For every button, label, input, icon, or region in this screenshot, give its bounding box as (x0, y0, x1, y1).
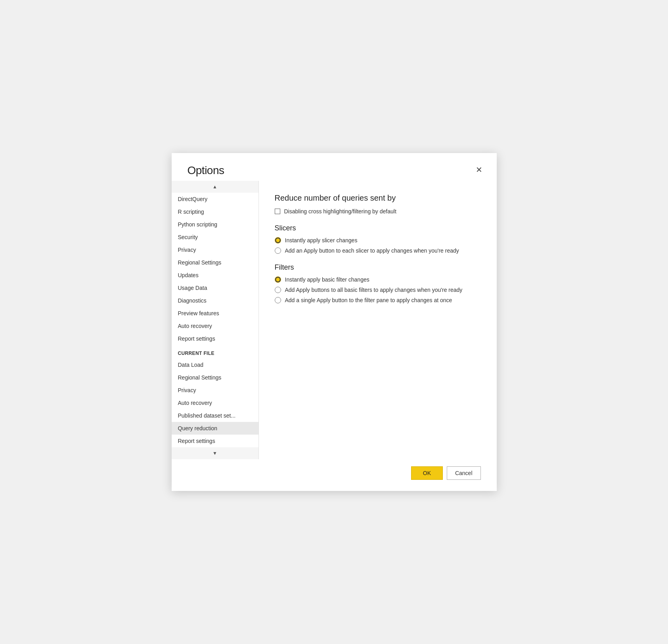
slicer-apply-btn-label: Add an Apply button to each slicer to ap… (285, 247, 459, 254)
sidebar-item-directquery[interactable]: DirectQuery (172, 193, 258, 205)
sidebar-item-cf-regional-settings[interactable]: Regional Settings (172, 371, 258, 384)
close-button[interactable]: ✕ (474, 166, 484, 174)
sidebar-item-usage-data[interactable]: Usage Data (172, 282, 258, 294)
ok-button[interactable]: OK (411, 466, 443, 480)
slicer-instant-radio[interactable] (275, 237, 281, 243)
slicer-apply-btn-radio[interactable] (275, 247, 281, 254)
sidebar-item-diagnostics[interactable]: Diagnostics (172, 294, 258, 307)
filter-instant-radio[interactable] (275, 276, 281, 283)
sidebar-item-cf-privacy[interactable]: Privacy (172, 384, 258, 397)
main-heading: Reduce number of queries sent by (275, 194, 481, 203)
filter-apply-all-label: Add Apply buttons to all basic filters t… (285, 287, 463, 293)
filter-instant-label: Instantly apply basic filter changes (285, 276, 369, 283)
options-dialog: Options ✕ ▲ DirectQueryR scriptingPython… (172, 153, 497, 491)
sidebar-item-preview-features[interactable]: Preview features (172, 307, 258, 320)
content-panel: Reduce number of queries sent by Disabli… (259, 181, 497, 459)
dialog-title: Options (188, 164, 224, 177)
filters-heading: Filters (275, 263, 481, 272)
filters-radio-group: Instantly apply basic filter changesAdd … (275, 276, 481, 303)
sidebar: ▲ DirectQueryR scriptingPython scripting… (172, 181, 259, 459)
dialog-header: Options ✕ (172, 153, 497, 181)
sidebar-item-auto-recovery[interactable]: Auto recovery (172, 320, 258, 332)
sidebar-item-security[interactable]: Security (172, 231, 258, 243)
slicer-radio-row-1: Add an Apply button to each slicer to ap… (275, 247, 481, 254)
slicer-radio-row-0: Instantly apply slicer changes (275, 237, 481, 243)
current-file-nav: Data LoadRegional SettingsPrivacyAuto re… (172, 358, 258, 447)
sidebar-item-cf-auto-recovery[interactable]: Auto recovery (172, 397, 258, 409)
cancel-button[interactable]: Cancel (447, 466, 481, 480)
scroll-down-arrow[interactable]: ▼ (172, 447, 258, 459)
scroll-up-arrow[interactable]: ▲ (172, 181, 258, 193)
filter-radio-row-0: Instantly apply basic filter changes (275, 276, 481, 283)
dialog-footer: OK Cancel (172, 459, 497, 491)
current-file-label: CURRENT FILE (172, 345, 258, 358)
filter-radio-row-2: Add a single Apply button to the filter … (275, 297, 481, 303)
sidebar-item-privacy[interactable]: Privacy (172, 243, 258, 256)
slicers-heading: Slicers (275, 224, 481, 232)
sidebar-item-cf-report-settings[interactable]: Report settings (172, 435, 258, 447)
cross-highlight-row: Disabling cross highlighting/filtering b… (275, 208, 481, 215)
filter-apply-all-radio[interactable] (275, 287, 281, 293)
dialog-body: ▲ DirectQueryR scriptingPython scripting… (172, 181, 497, 459)
sidebar-item-report-settings[interactable]: Report settings (172, 332, 258, 345)
slicer-instant-label: Instantly apply slicer changes (285, 237, 358, 243)
filter-radio-row-1: Add Apply buttons to all basic filters t… (275, 287, 481, 293)
sidebar-scroll: DirectQueryR scriptingPython scriptingSe… (172, 193, 258, 447)
cross-highlight-label: Disabling cross highlighting/filtering b… (284, 208, 396, 215)
global-nav: DirectQueryR scriptingPython scriptingSe… (172, 193, 258, 345)
cross-highlight-checkbox[interactable] (275, 209, 280, 214)
filter-single-apply-radio[interactable] (275, 297, 281, 303)
sidebar-item-python-scripting[interactable]: Python scripting (172, 218, 258, 231)
filter-single-apply-label: Add a single Apply button to the filter … (285, 297, 452, 303)
sidebar-item-r-scripting[interactable]: R scripting (172, 205, 258, 218)
sidebar-item-updates[interactable]: Updates (172, 269, 258, 282)
sidebar-item-regional-settings[interactable]: Regional Settings (172, 256, 258, 269)
sidebar-item-data-load[interactable]: Data Load (172, 358, 258, 371)
slicers-radio-group: Instantly apply slicer changesAdd an App… (275, 237, 481, 254)
sidebar-item-published-dataset[interactable]: Published dataset set... (172, 409, 258, 422)
sidebar-item-query-reduction[interactable]: Query reduction (172, 422, 258, 435)
